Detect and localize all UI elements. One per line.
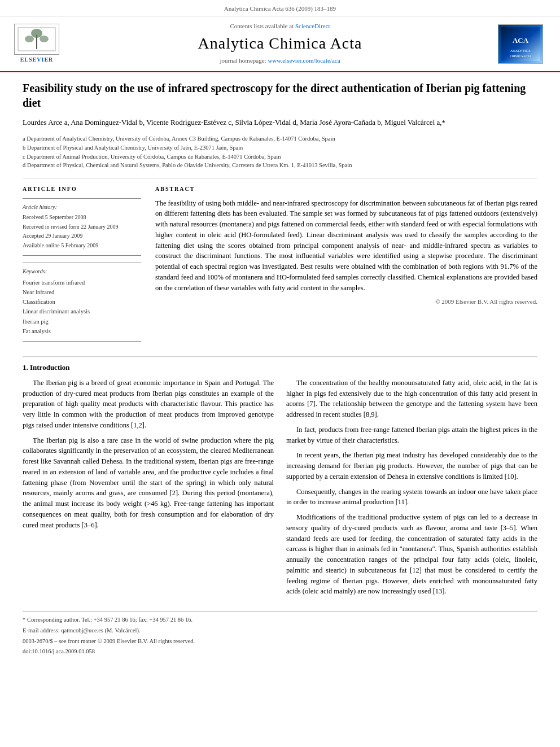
svg-point-3	[25, 36, 34, 42]
intro-heading: 1. Introduction	[23, 362, 537, 373]
affiliations: a Department of Analytical Chemistry, Un…	[23, 134, 537, 170]
intro-p5: In recent years, the Iberian pig meat in…	[286, 450, 537, 482]
left-column: ARTICLE INFO Article history: Received 5…	[23, 185, 141, 347]
keyword-6: Fat analysis	[23, 327, 141, 335]
received-revised-date: Received in revised form 22 January 2009	[23, 223, 141, 231]
article-history-block: Article history: Received 5 September 20…	[23, 198, 141, 256]
svg-text:ACA: ACA	[513, 36, 529, 45]
issn-footnote: 0003-2670/$ – see front matter © 2009 El…	[23, 637, 537, 646]
svg-text:ANALYTICA: ANALYTICA	[510, 49, 531, 53]
keyword-1: Fourier transform infrared	[23, 278, 141, 287]
intro-p4: In fact, products from free-range fatten…	[286, 425, 537, 446]
svg-point-4	[40, 36, 49, 42]
keyword-2: Near infrared	[23, 288, 141, 296]
affiliation-b: b Department of Physical and Analytical …	[23, 143, 537, 152]
aca-logo: ACA ANALYTICA CHIMICA ACTA	[498, 24, 543, 64]
keyword-3: Classification	[23, 298, 141, 306]
intro-p2: The Iberian pig is also a rare case in t…	[23, 435, 274, 531]
intro-p1: The Iberian pig is a breed of great econ…	[23, 378, 274, 431]
email-footnote: E-mail address: qatmcobj@uce.es (M. Valc…	[23, 626, 537, 635]
elsevier-logo-box	[14, 24, 59, 55]
elsevier-logo: ELSEVIER	[11, 24, 62, 64]
keyword-5: Iberian pig	[23, 317, 141, 326]
abstract-label: ABSTRACT	[155, 185, 537, 194]
available-online-date: Available online 5 February 2009	[23, 242, 141, 250]
article-info-label: ARTICLE INFO	[23, 185, 141, 194]
journal-name: Analytica Chimica Acta	[62, 32, 498, 55]
abstract-paragraph: The feasibility of using both middle- an…	[155, 198, 537, 294]
affiliation-c: c Department of Animal Production, Unive…	[23, 152, 537, 161]
affiliation-d: d Department of Physical, Chemical and N…	[23, 161, 537, 170]
article-title: Feasibility study on the use of infrared…	[23, 81, 537, 110]
intro-col2: The concentration of the healthy monouns…	[286, 378, 537, 601]
doi-footnote: doi:10.1016/j.aca.2009.01.058	[23, 647, 537, 656]
citation-text: Analytica Chimica Acta 636 (2009) 183–18…	[224, 5, 336, 12]
keywords-block: Keywords: Fourier transform infrared Nea…	[23, 263, 141, 342]
contents-note: Contents lists available at ScienceDirec…	[62, 22, 498, 31]
footnotes: * Corresponding author. Tel.: +34 957 21…	[23, 611, 537, 656]
journal-citation: Analytica Chimica Acta 636 (2009) 183–18…	[0, 0, 560, 16]
intro-body: The Iberian pig is a breed of great econ…	[23, 378, 537, 601]
divider-2	[23, 356, 537, 357]
svg-text:CHIMICA ACTA: CHIMICA ACTA	[510, 55, 531, 58]
keywords-label: Keywords:	[23, 268, 141, 276]
accepted-date: Accepted 29 January 2009	[23, 232, 141, 241]
intro-p3: The concentration of the healthy monouns…	[286, 378, 537, 420]
keyword-4: Linear discriminant analysis	[23, 307, 141, 316]
right-column: ABSTRACT The feasibility of using both m…	[155, 185, 537, 347]
divider-1	[23, 178, 537, 178]
intro-p6: Consequently, changes in the rearing sys…	[286, 487, 537, 508]
intro-p7: Modifications of the traditional product…	[286, 512, 537, 597]
authors: Lourdes Arce a, Ana Domínguez-Vidal b, V…	[23, 117, 537, 129]
journal-homepage: journal homepage: www.elsevier.com/locat…	[62, 56, 498, 65]
corresponding-author: * Corresponding author. Tel.: +34 957 21…	[23, 615, 537, 624]
svg-point-2	[31, 29, 42, 38]
sciencedirect-link[interactable]: ScienceDirect	[295, 23, 330, 29]
journal-header: ELSEVIER Contents lists available at Sci…	[0, 16, 560, 72]
article-info-abstract: ARTICLE INFO Article history: Received 5…	[23, 185, 537, 347]
copyright: © 2009 Elsevier B.V. All rights reserved…	[155, 298, 537, 307]
elsevier-text: ELSEVIER	[20, 56, 54, 64]
abstract-text: The feasibility of using both middle- an…	[155, 198, 537, 294]
introduction-section: 1. Introduction The Iberian pig is a bre…	[23, 356, 537, 601]
received-date: Received 5 September 2008	[23, 213, 141, 222]
history-label: Article history:	[23, 203, 141, 212]
main-content: Feasibility study on the use of infrared…	[0, 72, 560, 669]
homepage-url[interactable]: www.elsevier.com/locate/aca	[268, 57, 340, 64]
affiliation-a: a Department of Analytical Chemistry, Un…	[23, 134, 537, 143]
intro-col1: The Iberian pig is a breed of great econ…	[23, 378, 274, 601]
page: Analytica Chimica Acta 636 (2009) 183–18…	[0, 0, 560, 747]
journal-header-center: Contents lists available at ScienceDirec…	[62, 22, 498, 65]
